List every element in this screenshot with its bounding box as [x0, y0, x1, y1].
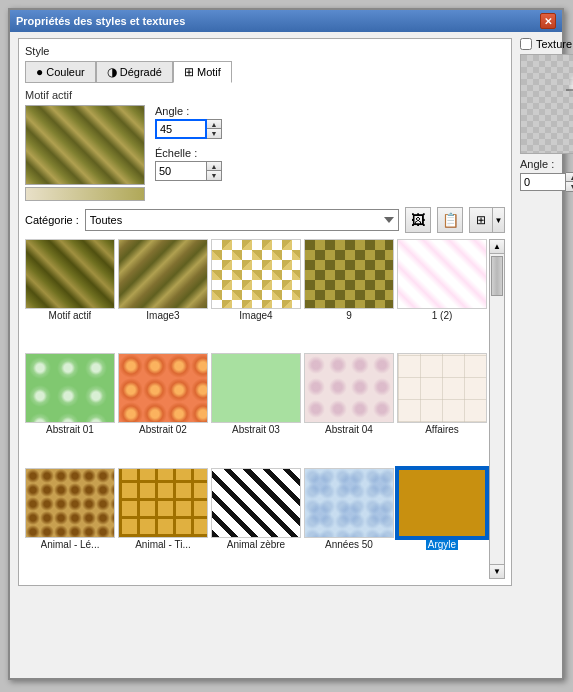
- scroll-arrow-down[interactable]: ▼: [490, 564, 504, 578]
- echelle-down-btn[interactable]: ▼: [207, 171, 221, 180]
- patterns-scroll-area: Motif actif Image3 Image4 9: [25, 239, 505, 579]
- list-item[interactable]: Abstrait 03: [211, 353, 301, 464]
- window-title: Propriétés des styles et textures: [16, 15, 185, 27]
- style-label: Style: [25, 45, 505, 57]
- title-bar: Propriétés des styles et textures ✕: [10, 10, 562, 32]
- motif-icon: ⊞: [184, 65, 194, 79]
- list-item[interactable]: Argyle: [397, 468, 487, 579]
- view-button[interactable]: ⊞ ▼: [469, 207, 505, 233]
- motif-preview: [25, 105, 145, 185]
- angle-field: Angle : ▲ ▼: [155, 105, 222, 139]
- patterns-grid: Motif actif Image3 Image4 9: [25, 239, 489, 579]
- list-item[interactable]: Image4: [211, 239, 301, 350]
- pattern-label: Abstrait 03: [232, 424, 280, 435]
- angle-spinner: ▲ ▼: [155, 119, 222, 139]
- list-item[interactable]: Image3: [118, 239, 208, 350]
- tab-couleur[interactable]: ● Couleur: [25, 61, 96, 83]
- list-item[interactable]: Animal - Ti...: [118, 468, 208, 579]
- texture-angle-input[interactable]: [520, 173, 566, 191]
- category-label: Catégorie :: [25, 214, 79, 226]
- echelle-spinner-buttons: ▲ ▼: [207, 161, 222, 181]
- view-main[interactable]: ⊞: [470, 207, 492, 233]
- echelle-up-btn[interactable]: ▲: [207, 162, 221, 171]
- texture-crosshair-svg: [521, 55, 573, 154]
- scrollbar-vertical[interactable]: ▲ ▼: [489, 239, 505, 579]
- angle-scale-section: Angle : ▲ ▼ Échelle :: [155, 105, 222, 201]
- right-panel: Texture Angle :: [520, 38, 573, 586]
- echelle-spinner: ▲ ▼: [155, 161, 222, 181]
- texture-preview: [520, 54, 573, 154]
- echelle-input[interactable]: [155, 161, 207, 181]
- texture-checkbox-row: Texture: [520, 38, 572, 50]
- pattern-label: Années 50: [325, 539, 373, 550]
- pattern-label: Abstrait 04: [325, 424, 373, 435]
- texture-angle-spinner-buttons: ▲ ▼: [566, 172, 573, 192]
- import-icon: 🖼: [411, 212, 425, 228]
- pattern-thumb: [211, 239, 301, 309]
- pattern-label: Motif actif: [49, 310, 92, 321]
- pattern-thumb: [118, 353, 208, 423]
- pattern-label: Abstrait 01: [46, 424, 94, 435]
- list-item[interactable]: Années 50: [304, 468, 394, 579]
- main-window: Propriétés des styles et textures ✕ Styl…: [8, 8, 564, 680]
- angle-up-btn[interactable]: ▲: [207, 120, 221, 129]
- pattern-thumb: [397, 353, 487, 423]
- pattern-label: 9: [346, 310, 352, 321]
- list-item[interactable]: 1 (2): [397, 239, 487, 350]
- pattern-label: Animal - Lé...: [41, 539, 100, 550]
- scroll-arrow-up[interactable]: ▲: [490, 240, 504, 254]
- angle-down-btn[interactable]: ▼: [207, 129, 221, 138]
- list-item[interactable]: Abstrait 02: [118, 353, 208, 464]
- pattern-label: Argyle: [426, 539, 458, 550]
- pattern-thumb: [397, 239, 487, 309]
- pattern-thumb: [304, 468, 394, 538]
- tab-degrade[interactable]: ◑ Dégradé: [96, 61, 173, 83]
- pattern-thumb: [397, 468, 487, 538]
- pattern-thumb: [118, 239, 208, 309]
- list-item[interactable]: Abstrait 04: [304, 353, 394, 464]
- list-item[interactable]: Motif actif: [25, 239, 115, 350]
- pattern-label: Image3: [146, 310, 179, 321]
- category-select[interactable]: Toutes Abstrait Animal Nature Géométriqu…: [85, 209, 399, 231]
- pattern-thumb: [25, 468, 115, 538]
- motif-actif-label: Motif actif: [25, 89, 505, 101]
- close-button[interactable]: ✕: [540, 13, 556, 29]
- scroll-thumb[interactable]: [491, 256, 503, 296]
- copy-button[interactable]: 📋: [437, 207, 463, 233]
- pattern-label: Abstrait 02: [139, 424, 187, 435]
- list-item[interactable]: Abstrait 01: [25, 353, 115, 464]
- pattern-thumb: [211, 468, 301, 538]
- tab-degrade-label: Dégradé: [120, 66, 162, 78]
- texture-preview-content: [521, 55, 573, 153]
- style-group: Style ● Couleur ◑ Dégradé ⊞ Motif: [18, 38, 512, 586]
- pattern-thumb: [211, 353, 301, 423]
- tab-motif[interactable]: ⊞ Motif: [173, 61, 232, 83]
- list-item[interactable]: Animal zèbre: [211, 468, 301, 579]
- view-icon: ⊞: [476, 213, 486, 227]
- texture-angle-up-btn[interactable]: ▲: [566, 173, 573, 182]
- angle-spinner-buttons: ▲ ▼: [207, 119, 222, 139]
- pattern-label: Animal - Ti...: [135, 539, 191, 550]
- texture-angle-section: Angle : ▲ ▼: [520, 158, 573, 192]
- pattern-thumb: [118, 468, 208, 538]
- list-item[interactable]: 9: [304, 239, 394, 350]
- list-item[interactable]: Animal - Lé...: [25, 468, 115, 579]
- list-item[interactable]: Affaires: [397, 353, 487, 464]
- pattern-thumb: [304, 353, 394, 423]
- echelle-field: Échelle : ▲ ▼: [155, 147, 222, 181]
- echelle-label: Échelle :: [155, 147, 222, 159]
- pattern-thumb: [304, 239, 394, 309]
- import-button[interactable]: 🖼: [405, 207, 431, 233]
- degrade-icon: ◑: [107, 65, 117, 79]
- texture-angle-spinner: ▲ ▼: [520, 172, 573, 192]
- angle-input[interactable]: [155, 119, 207, 139]
- pattern-label: Image4: [239, 310, 272, 321]
- texture-angle-down-btn[interactable]: ▼: [566, 182, 573, 191]
- pattern-label: Animal zèbre: [227, 539, 285, 550]
- pattern-label: Affaires: [425, 424, 459, 435]
- dropdown-chevron-icon: ▼: [495, 216, 503, 225]
- left-panel: Style ● Couleur ◑ Dégradé ⊞ Motif: [18, 38, 512, 586]
- view-dropdown-arrow[interactable]: ▼: [492, 207, 504, 233]
- texture-checkbox[interactable]: [520, 38, 532, 50]
- tab-couleur-label: Couleur: [46, 66, 85, 78]
